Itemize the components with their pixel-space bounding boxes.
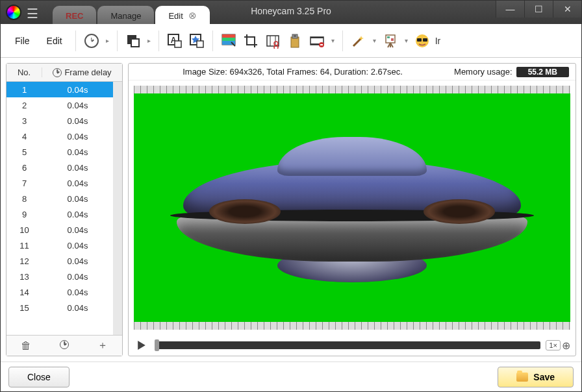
frame-row[interactable]: 120.04s xyxy=(6,253,113,269)
frame-row[interactable]: 40.04s xyxy=(6,129,113,144)
frame-no: 15 xyxy=(6,303,42,313)
frame-delay: 0.04s xyxy=(42,194,113,204)
set-delay-icon[interactable] xyxy=(60,340,69,352)
svg-rect-11 xyxy=(267,36,279,46)
column-header-no[interactable]: No. xyxy=(6,67,42,77)
frame-row[interactable]: 150.04s xyxy=(6,300,113,315)
frame-row[interactable]: 140.04s xyxy=(6,284,113,300)
menu-file[interactable]: File xyxy=(8,33,36,49)
svg-rect-8 xyxy=(222,34,235,38)
menu-edit[interactable]: Edit xyxy=(40,33,69,49)
svg-rect-26 xyxy=(391,38,394,41)
frame-delay: 0.04s xyxy=(42,116,113,126)
dropdown-arrow-icon[interactable]: ▸ xyxy=(105,37,110,44)
tab-manage[interactable]: Manage xyxy=(97,6,154,24)
dropdown-arrow-icon[interactable]: ▾ xyxy=(372,37,377,44)
svg-rect-6 xyxy=(197,41,203,47)
compress-icon[interactable] xyxy=(286,32,304,50)
frame-delay: 0.04s xyxy=(42,272,113,282)
frame-delay: 0.04s xyxy=(42,225,113,235)
frame-list[interactable]: 10.04s20.04s30.04s40.04s50.04s60.04s70.0… xyxy=(6,82,113,335)
zoom-in-icon[interactable]: ⊕ xyxy=(562,339,570,352)
canvas-area[interactable] xyxy=(134,86,570,330)
svg-rect-23 xyxy=(320,44,323,45)
frame-row[interactable]: 80.04s xyxy=(6,191,113,206)
frame-delay: 0.04s xyxy=(42,210,113,219)
tab-edit-label: Edit xyxy=(168,11,183,21)
color-image-icon[interactable] xyxy=(220,32,238,50)
separator xyxy=(158,31,159,51)
frame-no: 5 xyxy=(6,147,42,157)
play-button[interactable] xyxy=(134,337,149,353)
svg-rect-32 xyxy=(423,38,427,42)
frame-row[interactable]: 100.04s xyxy=(6,222,113,238)
frame-no: 4 xyxy=(6,132,42,141)
dropdown-arrow-icon[interactable]: ▾ xyxy=(403,37,409,44)
frame-no: 11 xyxy=(6,241,42,251)
frame-delay: 0.04s xyxy=(42,101,113,110)
frame-row[interactable]: 90.04s xyxy=(6,206,113,222)
ruler-bottom xyxy=(134,322,570,330)
text-icon[interactable]: A xyxy=(166,32,184,50)
clock-icon xyxy=(53,68,62,77)
timeline-slider[interactable] xyxy=(155,341,540,349)
frame-delay: 0.04s xyxy=(42,163,113,173)
frame-row[interactable]: 110.04s xyxy=(6,238,113,253)
separator xyxy=(212,31,213,51)
frame-row[interactable]: 70.04s xyxy=(6,175,113,191)
frame-row[interactable]: 10.04s xyxy=(6,82,113,97)
frame-no: 8 xyxy=(6,194,42,204)
svg-rect-31 xyxy=(417,38,422,42)
app-icon[interactable] xyxy=(6,5,21,20)
frame-delay: 0.04s xyxy=(42,147,113,157)
frame-row[interactable]: 50.04s xyxy=(6,144,113,160)
frame-delay: 0.04s xyxy=(42,288,113,297)
sticker-icon[interactable] xyxy=(188,32,206,50)
tab-close-icon[interactable]: ⊗ xyxy=(188,10,197,21)
filmstrip-icon[interactable] xyxy=(308,32,326,50)
window-title: Honeycam 3.25 Pro xyxy=(251,6,331,16)
close-window-button[interactable]: ✕ xyxy=(553,1,581,18)
toolbar-overflow-text: Ir xyxy=(435,36,441,46)
minimize-button[interactable]: — xyxy=(496,1,524,18)
dropdown-arrow-icon[interactable]: ▾ xyxy=(330,37,336,44)
maximize-button[interactable]: ☐ xyxy=(524,1,553,18)
close-button[interactable]: Close xyxy=(8,367,70,387)
memory-value: 55.2 MB xyxy=(516,67,569,77)
svg-rect-18 xyxy=(294,35,296,37)
separator xyxy=(117,31,118,51)
frame-row[interactable]: 130.04s xyxy=(6,269,113,284)
column-header-delay[interactable]: Frame delay xyxy=(42,67,122,77)
save-button[interactable]: Save xyxy=(498,367,574,387)
cut-frames-icon[interactable] xyxy=(264,32,282,50)
delete-frames-icon[interactable]: 🗑 xyxy=(21,340,31,352)
frame-delay: 0.04s xyxy=(42,178,113,188)
menu-icon[interactable]: ☰ xyxy=(27,6,38,21)
duration-icon[interactable] xyxy=(82,32,101,50)
frame-row[interactable]: 30.04s xyxy=(6,113,113,129)
separator xyxy=(342,31,343,51)
resize-icon[interactable] xyxy=(124,32,142,50)
memory-label: Memory usage: xyxy=(454,67,512,77)
crop-icon[interactable] xyxy=(242,32,260,50)
frame-no: 12 xyxy=(6,256,42,266)
magic-wand-icon[interactable] xyxy=(349,32,368,50)
frame-no: 3 xyxy=(6,116,42,126)
frame-no: 13 xyxy=(6,272,42,282)
easel-icon[interactable] xyxy=(381,32,399,50)
dropdown-arrow-icon[interactable]: ▸ xyxy=(146,37,152,44)
svg-rect-20 xyxy=(310,37,323,38)
frame-no: 1 xyxy=(6,85,42,95)
frame-no: 9 xyxy=(6,210,42,219)
preview-image xyxy=(134,93,570,322)
emoji-cool-icon[interactable] xyxy=(413,32,431,50)
frame-row[interactable]: 20.04s xyxy=(6,97,113,113)
tab-edit[interactable]: Edit ⊗ xyxy=(155,6,209,24)
frame-no: 14 xyxy=(6,288,42,297)
tab-rec[interactable]: REC xyxy=(53,6,96,24)
frame-delay: 0.04s xyxy=(42,132,113,141)
frame-delay: 0.04s xyxy=(42,303,113,313)
frame-row[interactable]: 60.04s xyxy=(6,160,113,175)
scrollbar[interactable] xyxy=(113,82,122,335)
add-frame-icon[interactable]: ＋ xyxy=(97,339,108,352)
